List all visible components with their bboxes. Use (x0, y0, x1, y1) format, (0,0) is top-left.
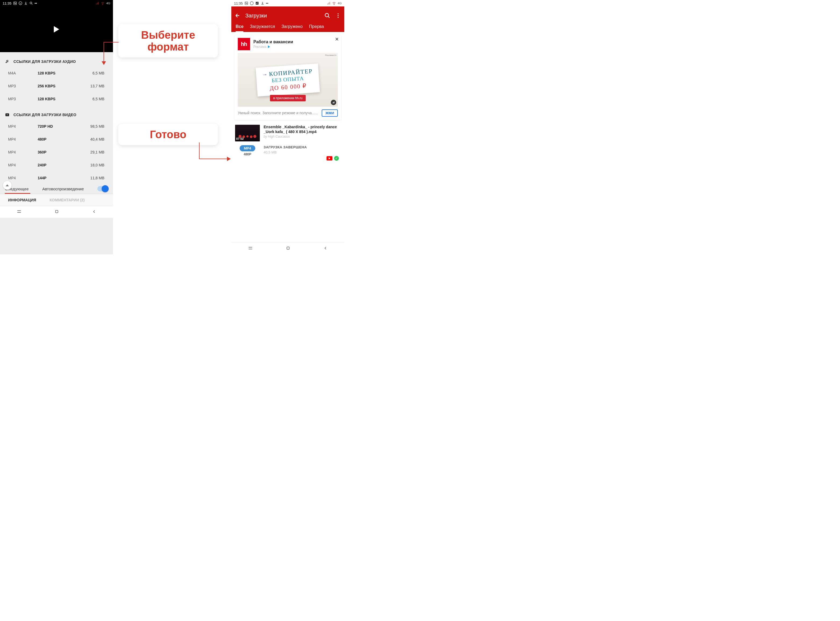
video-links-header: ССЫЛКИ ДЛЯ ЗАГРУЗКИ ВИДЕО (0, 105, 113, 120)
svg-rect-15 (333, 102, 334, 103)
download-status-text: ЗАГРУЗКА ЗАВЕРШЕНА (264, 145, 341, 149)
home-icon[interactable] (286, 246, 291, 251)
search-icon[interactable] (324, 13, 330, 18)
svg-point-12 (338, 15, 339, 16)
download-item[interactable]: 07:02 Ensemble _Kabardinka_ - princely d… (231, 123, 344, 143)
ad-description: Умный поиск. Заполните резюме и получа..… (238, 111, 319, 115)
tab-loading[interactable]: Загружается (250, 24, 275, 29)
format-label: M4A (8, 71, 38, 75)
quality-label: 128 KBPS (38, 71, 81, 75)
format-label: MP4 (8, 124, 38, 129)
tab-aborted[interactable]: Прерва (309, 24, 324, 29)
svg-rect-16 (334, 101, 335, 103)
svg-point-13 (338, 17, 339, 18)
audio-link-row[interactable]: MP3 256 KBPS 13,7 MB (0, 80, 113, 92)
quality-label: 256 KBPS (38, 84, 81, 88)
svg-point-9 (334, 4, 334, 5)
video-link-row[interactable]: MP4 360P 29,1 MB (0, 146, 113, 159)
left-phone: 11:35 •• 4G ССЫЛКИ ДЛЯ ЗАГРУЗКИ АУДИО M4… (0, 0, 113, 254)
audio-links-header: ССЫЛКИ ДЛЯ ЗАГРУЗКИ АУДИО (0, 52, 113, 67)
play-icon (54, 26, 59, 33)
ad-play-icon (268, 45, 270, 48)
tab-all[interactable]: Все (236, 24, 243, 32)
arrow-segment (103, 42, 118, 42)
more-vert-icon[interactable] (335, 13, 341, 18)
statusbar-right: 11:35 •• 4G (231, 0, 344, 6)
wifi-icon (101, 2, 105, 5)
video-link-row[interactable]: MP4 144P 11,8 MB (0, 171, 113, 185)
downloads-header: Загрузки Все Загружается Загружено Прерв… (231, 6, 344, 32)
format-label: MP3 (8, 97, 38, 101)
search-icon (29, 2, 33, 5)
arrow-head-icon (227, 157, 231, 161)
back-arrow-icon[interactable] (235, 13, 241, 18)
download-resolution: 480P (244, 152, 251, 156)
svg-rect-14 (333, 102, 333, 103)
callout-done: Готово (118, 124, 218, 145)
download-author: by High Caucasus (264, 135, 341, 138)
format-label: MP4 (8, 163, 38, 167)
svg-point-1 (19, 2, 22, 5)
quality-label: 480P (38, 137, 81, 141)
android-navbar-left (0, 206, 113, 218)
svg-point-3 (103, 4, 103, 5)
checkbox-icon (255, 2, 259, 5)
scroll-up-button[interactable] (3, 181, 12, 190)
download-icon (261, 2, 264, 5)
recent-apps-icon[interactable] (17, 209, 22, 215)
svg-point-10 (325, 14, 329, 17)
ad-close-icon[interactable]: ✕ (335, 36, 339, 42)
tab-info[interactable]: ИНФОРМАЦИЯ (8, 198, 36, 202)
toggle-knob (102, 185, 109, 192)
ad-pill: в приложении hh.ru (270, 95, 306, 101)
statusbar-left: 11:35 •• 4G (0, 0, 113, 6)
tab-loaded[interactable]: Загружено (281, 24, 303, 29)
video-link-row[interactable]: MP4 720P HD 98,5 MB (0, 120, 113, 133)
check-badge-icon: ✓ (334, 156, 339, 161)
size-label: 98,5 MB (81, 124, 108, 129)
size-label: 40,4 MB (81, 137, 108, 141)
svg-rect-17 (287, 247, 289, 249)
video-link-row[interactable]: MP4 240P 18,0 MB (0, 159, 113, 171)
svg-point-7 (250, 2, 253, 5)
youtube-badge-icon[interactable] (326, 156, 332, 161)
statusbar-net: 4G (338, 2, 341, 5)
whatsapp-icon (18, 2, 22, 5)
wifi-icon (332, 2, 336, 5)
svg-point-2 (30, 2, 32, 4)
recent-apps-icon[interactable] (248, 245, 253, 252)
download-size: 40,5 MB (264, 150, 341, 154)
ad-info-icon[interactable] (331, 100, 336, 105)
audio-links-title: ССЫЛКИ ДЛЯ ЗАГРУЗКИ АУДИО (14, 59, 76, 64)
audio-link-row[interactable]: MP3 128 KBPS 6,5 MB (0, 92, 113, 105)
ad-banner[interactable]: Реклама 0+ →КОПИРАЙТЕР БЕЗ ОПЫТА ДО 60 0… (238, 53, 338, 107)
video-link-row[interactable]: MP4 480P 40,4 MB (0, 133, 113, 146)
autoplay-toggle[interactable] (97, 186, 108, 191)
android-navbar-right (231, 242, 344, 254)
size-label: 11,8 MB (81, 176, 108, 180)
ad-cta-button[interactable]: ЖМИ (322, 109, 338, 117)
callout-done-text: Готово (150, 129, 186, 140)
video-icon (5, 112, 10, 117)
ad-sublabel: Реклама (253, 45, 266, 48)
home-icon[interactable] (54, 209, 59, 215)
music-note-icon (5, 59, 10, 64)
callout-line1: Выберите (130, 29, 206, 41)
arrow-segment (103, 42, 104, 62)
tab-comments[interactable]: КОММЕНТАРИИ (2) (50, 198, 85, 202)
quality-label: 128 KBPS (38, 97, 81, 101)
download-format-pill: MP4 (240, 145, 256, 151)
back-icon[interactable] (323, 246, 328, 251)
autoplay-label: Автовоспроизведение (42, 186, 83, 191)
callout-line2: формат (130, 41, 206, 53)
svg-point-11 (338, 14, 339, 15)
audio-link-row[interactable]: M4A 128 KBPS 6,5 MB (0, 67, 113, 80)
quality-label: 144P (38, 176, 81, 180)
chevron-up-icon (6, 185, 9, 186)
arrow-segment (199, 142, 200, 159)
back-icon[interactable] (92, 209, 97, 215)
download-thumbnail: 07:02 (235, 125, 260, 141)
nfc-icon (244, 2, 248, 5)
download-icon (24, 2, 28, 5)
video-player[interactable] (0, 6, 113, 52)
